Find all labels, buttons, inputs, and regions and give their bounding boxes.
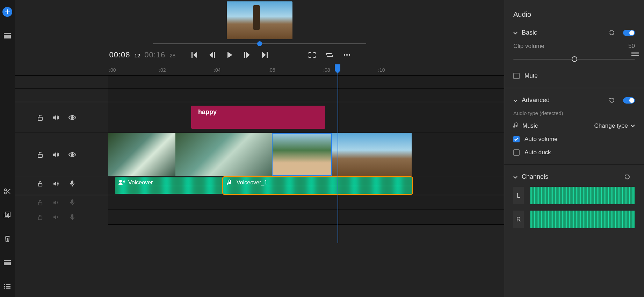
- preview-area: 00:08 12 00:16 28: [15, 0, 504, 59]
- visibility-icon[interactable]: [68, 151, 76, 158]
- title-clip[interactable]: happy: [191, 106, 325, 129]
- change-type-button[interactable]: Change type: [594, 122, 635, 129]
- reset-icon[interactable]: [624, 175, 631, 179]
- channel-left-label: L: [513, 187, 524, 204]
- music-note-icon: [227, 179, 232, 186]
- svg-point-20: [344, 54, 345, 56]
- mute-label: Mute: [524, 72, 538, 79]
- advanced-section-header[interactable]: Advanced: [513, 97, 635, 104]
- ruler-tick: :02: [159, 67, 166, 73]
- trash-icon[interactable]: [2, 234, 12, 244]
- total-frames: 28: [169, 52, 175, 58]
- preview-scrub-bar[interactable]: [153, 43, 366, 44]
- panel-title: Audio: [513, 10, 635, 19]
- reset-icon[interactable]: [609, 30, 616, 35]
- go-to-end-button[interactable]: [261, 51, 268, 59]
- mute-track-icon[interactable]: [52, 114, 60, 121]
- panel-toggle-icon[interactable]: [631, 52, 639, 59]
- svg-point-26: [71, 116, 73, 119]
- video-clip-3[interactable]: [272, 133, 332, 176]
- auto-volume-checkbox[interactable]: [513, 136, 520, 142]
- clip-volume-slider[interactable]: [513, 59, 635, 60]
- mic-icon[interactable]: [68, 213, 76, 221]
- basic-section-header[interactable]: Basic: [513, 29, 635, 36]
- svg-rect-35: [71, 214, 73, 218]
- lock-icon[interactable]: [36, 213, 44, 221]
- scrub-handle[interactable]: [257, 41, 262, 46]
- basic-label: Basic: [522, 29, 606, 36]
- video-track-header: [15, 133, 108, 176]
- current-frames: 12: [135, 52, 140, 58]
- lock-icon[interactable]: [36, 199, 44, 206]
- channel-left-waveform: [530, 187, 635, 204]
- mic-icon[interactable]: [68, 180, 76, 188]
- audio-track-header: [15, 195, 108, 210]
- go-to-start-button[interactable]: [191, 51, 198, 59]
- playhead-handle[interactable]: [335, 64, 340, 71]
- svg-rect-23: [631, 52, 639, 54]
- auto-duck-label: Auto duck: [524, 149, 551, 156]
- clip-volume-value[interactable]: 50: [628, 43, 635, 50]
- svg-rect-33: [71, 199, 73, 203]
- auto-volume-row[interactable]: Auto volume: [513, 136, 635, 143]
- mute-track-icon[interactable]: [52, 199, 60, 206]
- video-clip-4[interactable]: [332, 133, 412, 176]
- main-area: 00:08 12 00:16 28 :00 :02: [15, 0, 504, 297]
- channels-section-header[interactable]: Channels: [513, 173, 635, 181]
- step-back-button[interactable]: [208, 51, 216, 59]
- list-view-icon[interactable]: [2, 282, 12, 291]
- audio-clip-voiceover-1[interactable]: Voiceover_1: [223, 177, 412, 194]
- reset-icon[interactable]: [609, 98, 616, 103]
- transport-row: 00:08 12 00:16 28: [102, 50, 417, 59]
- mute-row[interactable]: Mute: [513, 72, 635, 79]
- mute-checkbox[interactable]: [513, 73, 520, 79]
- video-clip-1[interactable]: [108, 133, 175, 176]
- project-panel-icon[interactable]: [2, 31, 12, 41]
- preview-monitor[interactable]: [227, 1, 292, 39]
- lock-icon[interactable]: [36, 180, 44, 188]
- scissors-icon[interactable]: [2, 186, 12, 196]
- loop-icon[interactable]: [326, 51, 333, 59]
- timeline-ruler[interactable]: :00 :02 :04 :06 :08 :10: [15, 66, 504, 76]
- left-rail: [0, 0, 15, 297]
- play-button[interactable]: [226, 51, 233, 59]
- visibility-icon[interactable]: [68, 114, 76, 121]
- mute-track-icon[interactable]: [52, 180, 60, 188]
- title-track-header: [15, 102, 108, 133]
- channel-right-row[interactable]: R: [513, 211, 635, 228]
- panel-view-icon[interactable]: [2, 258, 12, 268]
- auto-duck-checkbox[interactable]: [513, 149, 520, 156]
- svg-rect-9: [4, 262, 11, 265]
- mute-track-icon[interactable]: [52, 151, 60, 158]
- step-forward-button[interactable]: [243, 51, 251, 59]
- audio-clip-voiceover[interactable]: Voiceover: [115, 177, 223, 194]
- music-note-icon: [513, 122, 518, 129]
- total-time: 00:16: [144, 50, 165, 59]
- mute-track-icon[interactable]: [52, 213, 60, 221]
- svg-rect-7: [6, 215, 8, 215]
- slider-thumb[interactable]: [572, 56, 577, 62]
- audio-track-header: [15, 210, 108, 225]
- svg-rect-8: [4, 260, 11, 261]
- mic-icon[interactable]: [68, 199, 76, 206]
- svg-rect-24: [631, 55, 639, 56]
- svg-point-21: [346, 54, 348, 56]
- lock-icon[interactable]: [36, 151, 44, 158]
- audio-type-hint: Audio type (detected): [513, 110, 635, 116]
- more-options-icon[interactable]: [343, 51, 351, 59]
- fullscreen-icon[interactable]: [308, 51, 316, 59]
- svg-rect-18: [244, 52, 245, 58]
- channel-left-row[interactable]: L: [513, 187, 635, 204]
- playhead-line: [338, 71, 338, 243]
- basic-toggle[interactable]: [623, 30, 635, 36]
- auto-duck-row[interactable]: Auto duck: [513, 149, 635, 156]
- advanced-toggle[interactable]: [623, 97, 635, 104]
- advanced-label: Advanced: [522, 97, 606, 104]
- video-clip-2[interactable]: [175, 133, 272, 176]
- svg-rect-34: [38, 217, 42, 220]
- duplicate-icon[interactable]: [2, 210, 12, 220]
- current-time[interactable]: 00:08: [109, 50, 130, 59]
- lock-icon[interactable]: [36, 114, 44, 121]
- add-media-button[interactable]: [2, 7, 12, 17]
- chevron-down-icon: [513, 174, 518, 180]
